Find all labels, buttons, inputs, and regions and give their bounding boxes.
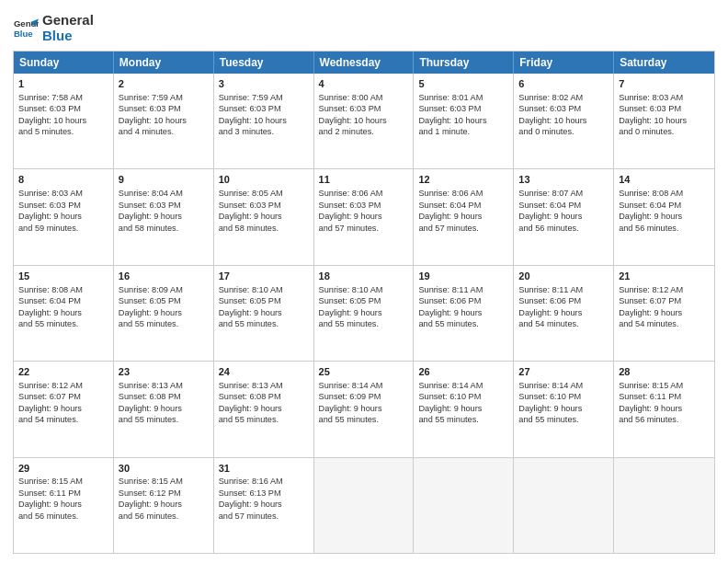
cell-text: Sunrise: 7:58 AMSunset: 6:03 PMDaylight:… [18, 92, 108, 138]
weekday-header: Monday [114, 52, 214, 74]
cell-text: Sunrise: 8:09 AMSunset: 6:05 PMDaylight:… [119, 284, 209, 330]
day-number: 17 [219, 270, 309, 283]
cell-text: Sunrise: 8:10 AMSunset: 6:05 PMDaylight:… [219, 284, 309, 330]
cell-text: Sunrise: 8:14 AMSunset: 6:09 PMDaylight:… [319, 380, 409, 426]
weekday-header: Saturday [614, 52, 714, 74]
calendar-cell: 10Sunrise: 8:05 AMSunset: 6:03 PMDayligh… [214, 169, 314, 264]
cell-text: Sunrise: 8:15 AMSunset: 6:12 PMDaylight:… [119, 476, 209, 522]
day-number: 8 [18, 173, 108, 187]
calendar-cell: 23Sunrise: 8:13 AMSunset: 6:08 PMDayligh… [114, 362, 214, 456]
day-number: 29 [18, 462, 108, 476]
calendar-cell: 31Sunrise: 8:16 AMSunset: 6:13 PMDayligh… [214, 458, 314, 553]
day-number: 25 [319, 365, 409, 379]
cell-text: Sunrise: 8:05 AMSunset: 6:03 PMDaylight:… [219, 188, 309, 234]
cell-text: Sunrise: 8:08 AMSunset: 6:04 PMDaylight:… [18, 284, 108, 330]
calendar-cell: 30Sunrise: 8:15 AMSunset: 6:12 PMDayligh… [114, 458, 214, 553]
day-number: 1 [18, 77, 108, 91]
day-number: 22 [18, 365, 108, 379]
day-number: 14 [619, 173, 710, 187]
cell-text: Sunrise: 8:11 AMSunset: 6:06 PMDaylight:… [518, 284, 609, 330]
cell-text: Sunrise: 8:14 AMSunset: 6:10 PMDaylight:… [418, 380, 508, 426]
calendar-cell: 27Sunrise: 8:14 AMSunset: 6:10 PMDayligh… [514, 362, 614, 456]
calendar-cell: 3Sunrise: 7:59 AMSunset: 6:03 PMDaylight… [214, 74, 314, 168]
cell-text: Sunrise: 8:03 AMSunset: 6:03 PMDaylight:… [619, 92, 710, 138]
calendar-row: 8Sunrise: 8:03 AMSunset: 6:03 PMDaylight… [14, 168, 714, 264]
day-number: 2 [119, 77, 209, 91]
day-number: 13 [518, 173, 609, 187]
day-number: 26 [418, 365, 508, 379]
calendar-cell: 17Sunrise: 8:10 AMSunset: 6:05 PMDayligh… [214, 266, 314, 361]
calendar-cell: 24Sunrise: 8:13 AMSunset: 6:08 PMDayligh… [214, 362, 314, 456]
day-number: 7 [619, 77, 710, 91]
calendar-cell: 5Sunrise: 8:01 AMSunset: 6:03 PMDaylight… [414, 74, 514, 168]
calendar-row: 22Sunrise: 8:12 AMSunset: 6:07 PMDayligh… [14, 361, 714, 456]
day-number: 9 [119, 173, 209, 187]
header: General Blue General Blue [13, 9, 715, 43]
cell-text: Sunrise: 8:04 AMSunset: 6:03 PMDaylight:… [119, 188, 209, 234]
cell-text: Sunrise: 8:03 AMSunset: 6:03 PMDaylight:… [18, 188, 108, 234]
cell-text: Sunrise: 8:10 AMSunset: 6:05 PMDaylight:… [319, 284, 409, 330]
calendar-cell: 11Sunrise: 8:06 AMSunset: 6:03 PMDayligh… [314, 169, 415, 264]
day-number: 6 [518, 77, 609, 91]
logo-icon: General Blue [13, 16, 39, 41]
cell-text: Sunrise: 8:13 AMSunset: 6:08 PMDaylight:… [219, 380, 309, 426]
calendar-cell [514, 458, 614, 553]
calendar-header: SundayMondayTuesdayWednesdayThursdayFrid… [14, 52, 714, 74]
cell-text: Sunrise: 8:07 AMSunset: 6:04 PMDaylight:… [518, 188, 609, 234]
weekday-header: Friday [514, 52, 614, 74]
calendar-cell: 28Sunrise: 8:15 AMSunset: 6:11 PMDayligh… [614, 362, 714, 456]
calendar-cell: 7Sunrise: 8:03 AMSunset: 6:03 PMDaylight… [614, 74, 714, 168]
calendar-cell: 4Sunrise: 8:00 AMSunset: 6:03 PMDaylight… [314, 74, 415, 168]
cell-text: Sunrise: 8:12 AMSunset: 6:07 PMDaylight:… [619, 284, 710, 330]
day-number: 24 [219, 365, 309, 379]
calendar-cell: 14Sunrise: 8:08 AMSunset: 6:04 PMDayligh… [614, 169, 714, 264]
page: General Blue General Blue SundayMondayTu… [0, 0, 728, 563]
calendar-cell: 1Sunrise: 7:58 AMSunset: 6:03 PMDaylight… [14, 74, 114, 168]
cell-text: Sunrise: 8:16 AMSunset: 6:13 PMDaylight:… [219, 476, 309, 522]
calendar-cell [414, 458, 514, 553]
day-number: 21 [619, 270, 710, 283]
day-number: 30 [119, 462, 209, 476]
calendar-body: 1Sunrise: 7:58 AMSunset: 6:03 PMDaylight… [14, 74, 714, 553]
calendar-cell: 8Sunrise: 8:03 AMSunset: 6:03 PMDaylight… [14, 169, 114, 264]
cell-text: Sunrise: 8:00 AMSunset: 6:03 PMDaylight:… [319, 92, 409, 138]
calendar-cell: 13Sunrise: 8:07 AMSunset: 6:04 PMDayligh… [514, 169, 614, 264]
calendar-cell: 9Sunrise: 8:04 AMSunset: 6:03 PMDaylight… [114, 169, 214, 264]
calendar-row: 15Sunrise: 8:08 AMSunset: 6:04 PMDayligh… [14, 265, 714, 361]
svg-text:Blue: Blue [14, 28, 33, 38]
cell-text: Sunrise: 7:59 AMSunset: 6:03 PMDaylight:… [119, 92, 209, 138]
day-number: 15 [18, 270, 108, 283]
weekday-header: Tuesday [214, 52, 314, 74]
day-number: 28 [619, 365, 710, 379]
day-number: 12 [418, 173, 508, 187]
day-number: 11 [319, 173, 409, 187]
cell-text: Sunrise: 8:01 AMSunset: 6:03 PMDaylight:… [418, 92, 508, 138]
calendar-cell: 16Sunrise: 8:09 AMSunset: 6:05 PMDayligh… [114, 266, 214, 361]
day-number: 19 [418, 270, 508, 283]
cell-text: Sunrise: 8:15 AMSunset: 6:11 PMDaylight:… [18, 476, 108, 522]
calendar-cell: 18Sunrise: 8:10 AMSunset: 6:05 PMDayligh… [314, 266, 415, 361]
logo: General Blue General Blue [13, 13, 94, 43]
cell-text: Sunrise: 8:06 AMSunset: 6:03 PMDaylight:… [319, 188, 409, 234]
calendar-cell: 25Sunrise: 8:14 AMSunset: 6:09 PMDayligh… [314, 362, 415, 456]
calendar-cell: 22Sunrise: 8:12 AMSunset: 6:07 PMDayligh… [14, 362, 114, 456]
logo-general: General [42, 13, 94, 29]
calendar-cell: 21Sunrise: 8:12 AMSunset: 6:07 PMDayligh… [614, 266, 714, 361]
cell-text: Sunrise: 8:14 AMSunset: 6:10 PMDaylight:… [518, 380, 609, 426]
calendar-row: 29Sunrise: 8:15 AMSunset: 6:11 PMDayligh… [14, 457, 714, 553]
cell-text: Sunrise: 8:13 AMSunset: 6:08 PMDaylight:… [119, 380, 209, 426]
day-number: 10 [219, 173, 309, 187]
day-number: 20 [518, 270, 609, 283]
day-number: 27 [518, 365, 609, 379]
weekday-header: Thursday [414, 52, 514, 74]
cell-text: Sunrise: 8:15 AMSunset: 6:11 PMDaylight:… [619, 380, 710, 426]
calendar-cell: 26Sunrise: 8:14 AMSunset: 6:10 PMDayligh… [414, 362, 514, 456]
calendar-cell: 2Sunrise: 7:59 AMSunset: 6:03 PMDaylight… [114, 74, 214, 168]
day-number: 31 [219, 462, 309, 476]
logo-blue: Blue [42, 29, 94, 44]
cell-text: Sunrise: 8:06 AMSunset: 6:04 PMDaylight:… [418, 188, 508, 234]
cell-text: Sunrise: 8:11 AMSunset: 6:06 PMDaylight:… [418, 284, 508, 330]
calendar-cell: 12Sunrise: 8:06 AMSunset: 6:04 PMDayligh… [414, 169, 514, 264]
day-number: 23 [119, 365, 209, 379]
calendar-row: 1Sunrise: 7:58 AMSunset: 6:03 PMDaylight… [14, 74, 714, 168]
